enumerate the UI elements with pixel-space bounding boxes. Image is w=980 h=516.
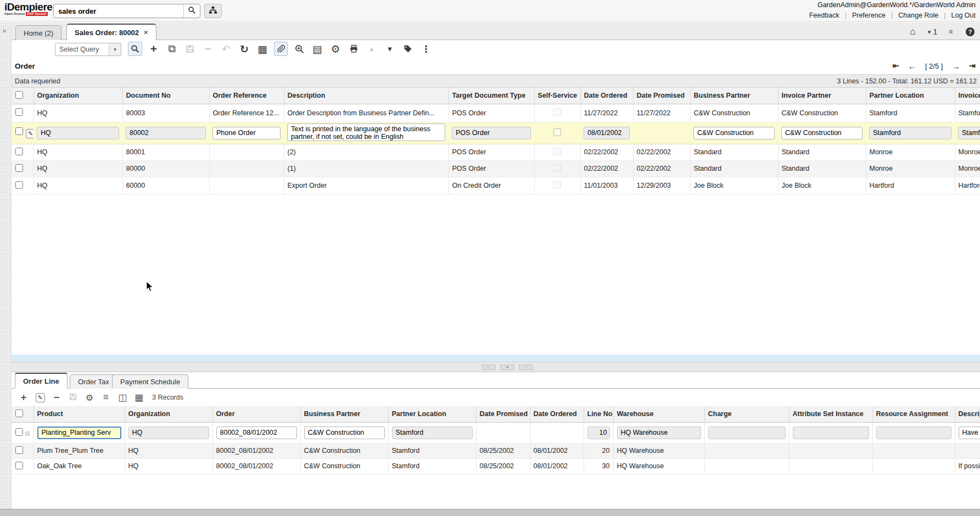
table-row[interactable]: Oak_Oak Tree HQ 80002_08/01/2002 C&W Con… — [12, 458, 980, 474]
invoice-partner-field[interactable] — [781, 127, 863, 139]
collapse-header-icon[interactable]: « — [947, 30, 956, 34]
resource-assignment-field[interactable] — [876, 427, 951, 439]
col-self-service[interactable]: Self-Service — [534, 88, 580, 104]
global-search-input[interactable] — [54, 7, 183, 15]
table-row[interactable]: Plum Tree_Plum Tree HQ 80002_08/01/2002 … — [12, 443, 980, 458]
zoom-across-button[interactable] — [293, 42, 306, 56]
detail-edit-button[interactable]: ✎ — [35, 391, 46, 403]
col-charge[interactable]: Charge — [704, 406, 789, 422]
previous-record-icon[interactable]: ← — [908, 61, 916, 71]
row-select-checkbox[interactable] — [15, 462, 23, 469]
col-organization[interactable]: Organization — [33, 88, 122, 104]
detail-panel-view-button[interactable]: ◫ — [117, 391, 128, 403]
self-service-checkbox[interactable] — [553, 128, 561, 136]
col-attribute-set-instance[interactable]: Attribute Set Instance — [789, 406, 872, 422]
splitter-grip[interactable]: ··· — [481, 364, 496, 370]
row-select-checkbox[interactable] — [15, 127, 23, 135]
refresh-button[interactable]: ↻ — [238, 42, 251, 56]
copy-record-button[interactable]: ⧉ — [165, 42, 178, 56]
delete-record-button[interactable]: − — [201, 42, 215, 56]
organization-field[interactable] — [37, 127, 119, 139]
last-record-icon[interactable]: ⇥ — [968, 61, 976, 71]
document-no-field[interactable] — [126, 127, 206, 139]
splitter-collapse-icon[interactable]: ▾ — [500, 364, 514, 370]
desktop-switcher[interactable]: ▾ 1 — [928, 27, 937, 36]
detail-record-button[interactable]: ▾ — [383, 42, 396, 56]
col-invoice[interactable]: Invoice — [955, 88, 980, 104]
tab-order-line[interactable]: Order Line — [15, 373, 68, 389]
detail-save-button[interactable] — [68, 391, 79, 403]
product-field[interactable] — [37, 427, 121, 439]
row-select-checkbox[interactable] — [15, 446, 23, 454]
log-out-link[interactable]: Log Out — [951, 12, 976, 19]
col-resource-assignment[interactable]: Resource Assignment — [872, 406, 955, 422]
help-icon[interactable]: ? — [966, 27, 975, 36]
table-row[interactable]: HQ 80001 (2) POS Order 02/22/2002 02/22/… — [12, 144, 980, 160]
row-select-checkbox[interactable] — [15, 428, 23, 436]
splitter-grip[interactable]: ··· — [519, 364, 533, 370]
col-date-promised[interactable]: Date Promised — [633, 88, 690, 104]
panel-splitter[interactable]: ··· ▾ ··· — [12, 362, 980, 372]
organization-field[interactable] — [128, 427, 209, 439]
detail-new-button[interactable]: + — [18, 391, 29, 403]
col-business-partner[interactable]: Business Partner — [690, 88, 778, 104]
home-icon[interactable]: ⌂ — [910, 26, 916, 37]
preference-link[interactable]: Preference — [852, 12, 886, 19]
col-target-document-type[interactable]: Target Document Type — [449, 88, 534, 104]
col-date-ordered[interactable]: Date Ordered — [580, 88, 633, 104]
change-role-link[interactable]: Change Role — [898, 12, 938, 19]
next-record-icon[interactable]: → — [951, 61, 960, 71]
col-order-reference[interactable]: Order Reference — [209, 88, 284, 104]
table-row-editing[interactable] — [12, 422, 980, 443]
business-partner-field[interactable] — [693, 127, 775, 139]
label-button[interactable] — [401, 42, 415, 56]
close-tab-icon[interactable]: ✕ — [143, 29, 148, 36]
row-select-checkbox[interactable] — [15, 164, 23, 172]
description-field[interactable]: Text is printed in the language of the b… — [287, 124, 445, 141]
col-invoice-partner[interactable]: Invoice Partner — [778, 88, 866, 104]
partner-location-field[interactable] — [869, 127, 951, 139]
col-date-promised[interactable]: Date Promised — [476, 406, 530, 422]
col-business-partner[interactable]: Business Partner — [300, 406, 388, 422]
row-select-checkbox[interactable] — [15, 148, 23, 155]
attribute-set-instance-field[interactable] — [793, 427, 869, 439]
table-row[interactable]: HQ 60000 Export Order On Credit Order 11… — [12, 177, 980, 194]
detail-list-view-button[interactable]: ≡ — [100, 391, 111, 403]
print-button[interactable] — [347, 42, 360, 56]
col-product[interactable]: Product — [33, 406, 125, 422]
col-description[interactable]: Description — [955, 406, 980, 422]
detail-delete-button[interactable]: − — [51, 391, 62, 403]
parent-record-button[interactable]: ▲ — [365, 42, 378, 56]
charge-field[interactable] — [708, 427, 786, 439]
table-row-editing[interactable]: ✎ Text is printed in the language of the… — [12, 122, 980, 144]
description-field[interactable] — [959, 427, 980, 439]
partner-location-field[interactable] — [392, 427, 473, 439]
report-button[interactable]: ▤ — [311, 42, 324, 56]
select-query-combo[interactable]: Select Query ▾ — [55, 43, 121, 56]
row-select-checkbox[interactable] — [15, 181, 23, 189]
business-partner-field[interactable] — [304, 427, 385, 439]
col-partner-location[interactable]: Partner Location — [388, 406, 476, 422]
first-record-icon[interactable]: ⇤ — [892, 61, 899, 71]
tab-home[interactable]: Home (2) — [15, 25, 61, 40]
col-partner-location[interactable]: Partner Location — [866, 88, 955, 104]
invoice-location-field[interactable] — [958, 127, 980, 139]
attachment-button[interactable] — [274, 42, 288, 56]
table-row[interactable]: HQ 80000 (1) POS Order 02/22/2002 02/22/… — [12, 160, 980, 177]
col-date-ordered[interactable]: Date Ordered — [530, 406, 584, 422]
save-button[interactable] — [183, 42, 197, 56]
combo-arrow-icon[interactable]: ▾ — [109, 43, 121, 55]
col-description[interactable]: Description — [284, 88, 449, 104]
process-button[interactable]: ⚙ — [329, 42, 342, 56]
row-select-checkbox[interactable] — [15, 108, 23, 116]
detail-grid-view-button[interactable]: ▦ — [133, 391, 144, 403]
col-order[interactable]: Order — [212, 406, 300, 422]
tab-payment-schedule[interactable]: Payment Schedule — [112, 374, 188, 389]
table-row[interactable]: HQ 80003 Order Reference 12... Order Des… — [12, 104, 980, 122]
date-ordered-field[interactable] — [584, 127, 630, 139]
new-record-button[interactable]: + — [147, 42, 160, 56]
select-all-checkbox[interactable] — [15, 410, 23, 417]
select-all-checkbox[interactable] — [15, 91, 23, 99]
col-document-no[interactable]: Document No — [122, 88, 209, 104]
order-reference-field[interactable] — [212, 127, 281, 139]
